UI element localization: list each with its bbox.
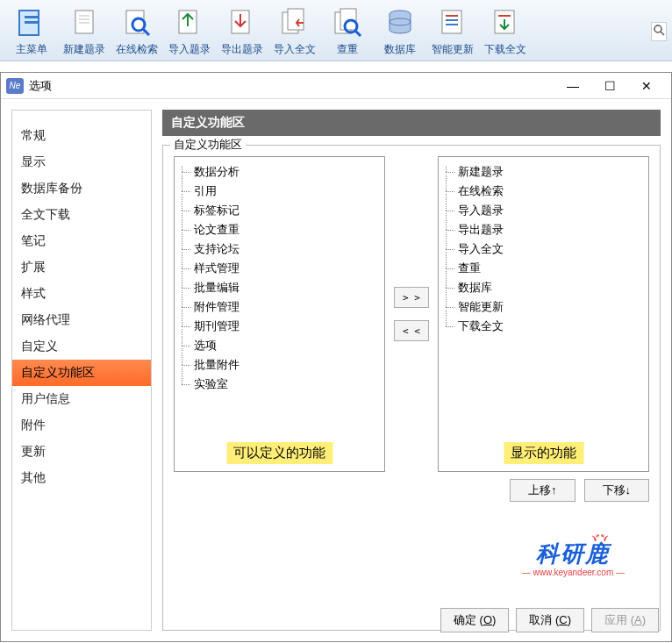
toolbar-label: 导入题录 xyxy=(168,42,211,57)
list-item[interactable]: 下载全文 xyxy=(442,317,645,336)
main-toolbar: 主菜单 新建题录 在线检索 导入题录 导出题录 导入全文 查重 数据库 智能更新… xyxy=(0,0,672,61)
list-item[interactable]: 数据分析 xyxy=(178,162,381,182)
list-item[interactable]: 支持论坛 xyxy=(178,239,381,259)
download-icon xyxy=(488,5,523,40)
list-item[interactable]: 样式管理 xyxy=(178,259,381,278)
list-item[interactable]: 选项 xyxy=(178,336,381,355)
move-left-button[interactable]: < < xyxy=(394,320,429,341)
sidebar-item[interactable]: 显示 xyxy=(12,149,151,175)
import-full-icon xyxy=(277,5,312,40)
export-icon xyxy=(225,5,260,40)
move-right-button[interactable]: > > xyxy=(394,287,429,308)
svg-line-17 xyxy=(355,31,361,36)
toolbar-label: 导出题录 xyxy=(221,42,263,57)
sidebar-item[interactable]: 常规 xyxy=(12,123,151,149)
sidebar-item[interactable]: 样式 xyxy=(12,281,151,307)
sidebar-item[interactable]: 网络代理 xyxy=(12,307,151,333)
toolbar-database[interactable]: 数据库 xyxy=(374,4,426,59)
toolbar-label: 下载全文 xyxy=(484,42,526,57)
svg-point-26 xyxy=(654,25,661,32)
svg-rect-15 xyxy=(340,9,356,30)
antler-icon: ヾ xyxy=(588,532,600,547)
shown-hint: 显示的功能 xyxy=(504,442,583,464)
options-dialog: Ne 选项 ― ☐ ✕ 常规显示数据库备份全文下载笔记扩展样式网络代理自定义自定… xyxy=(0,72,672,642)
toolbar-update[interactable]: 智能更新 xyxy=(426,4,479,59)
app-icon: Ne xyxy=(6,78,24,94)
available-hint: 可以定义的功能 xyxy=(226,442,332,464)
toolbar-label: 智能更新 xyxy=(432,42,474,57)
close-button[interactable]: ✕ xyxy=(634,77,659,95)
search-online-icon xyxy=(119,5,154,40)
maximize-button[interactable]: ☐ xyxy=(597,77,622,95)
toolbar-import[interactable]: 导入题录 xyxy=(163,4,216,59)
list-item[interactable]: 在线检索 xyxy=(442,182,645,201)
toolbar-label: 查重 xyxy=(337,42,358,57)
sidebar-item[interactable]: 全文下载 xyxy=(12,202,151,228)
list-item[interactable]: 期刊管理 xyxy=(178,317,381,336)
list-item[interactable]: 批量附件 xyxy=(178,355,381,375)
toolbar-new[interactable]: 新建题录 xyxy=(58,4,111,59)
shown-listbox[interactable]: 新建题录在线检索导入题录导出题录导入全文查重数据库智能更新下载全文显示的功能 xyxy=(438,156,649,472)
toolbar-label: 数据库 xyxy=(384,42,416,57)
list-item[interactable]: 查重 xyxy=(442,259,645,278)
ok-button[interactable]: 确定 (O) xyxy=(440,608,509,632)
apply-button[interactable]: 应用 (A) xyxy=(591,608,659,632)
sidebar-item[interactable]: 自定义功能区 xyxy=(12,360,151,386)
watermark-text: ヾ ヾ 科研鹿 xyxy=(522,539,625,569)
list-item[interactable]: 论文查重 xyxy=(178,220,381,239)
toolbar-label: 主菜单 xyxy=(16,42,47,57)
watermark: ヾ ヾ 科研鹿 — www.keyandeer.com — xyxy=(522,539,625,577)
sidebar-item[interactable]: 附件 xyxy=(12,412,151,439)
sidebar-item[interactable]: 更新 xyxy=(12,439,151,465)
toolbar-export[interactable]: 导出题录 xyxy=(216,4,268,59)
toolbar-label: 在线检索 xyxy=(116,42,158,57)
toolbar-menu[interactable]: 主菜单 xyxy=(5,4,58,59)
minimize-button[interactable]: ― xyxy=(561,77,585,95)
antler-icon: ヾ xyxy=(600,532,612,547)
svg-rect-1 xyxy=(25,16,39,18)
database-icon xyxy=(382,5,418,40)
list-item[interactable]: 数据库 xyxy=(442,278,645,297)
sidebar-item[interactable]: 其他 xyxy=(12,465,151,491)
list-item[interactable]: 附件管理 xyxy=(178,297,381,317)
sidebar-item[interactable]: 用户信息 xyxy=(12,386,151,412)
update-icon xyxy=(435,5,470,40)
move-down-button[interactable]: 下移↓ xyxy=(584,479,650,502)
list-item[interactable]: 标签标记 xyxy=(178,201,381,220)
dedup-icon xyxy=(330,5,365,40)
toolbar-dedup[interactable]: 查重 xyxy=(321,4,374,59)
fieldset-legend: 自定义功能区 xyxy=(170,137,246,153)
new-icon xyxy=(67,5,102,40)
list-item[interactable]: 实验室 xyxy=(178,375,381,394)
dialog-title: 选项 xyxy=(29,78,52,94)
available-listbox[interactable]: 数据分析引用标签标记论文查重支持论坛样式管理批量编辑附件管理期刊管理选项批量附件… xyxy=(174,156,385,472)
list-item[interactable]: 批量编辑 xyxy=(178,278,381,297)
toolbar-label: 导入全文 xyxy=(274,42,316,57)
dialog-footer: 确定 (O) 取消 (C) 应用 (A) xyxy=(440,608,659,632)
list-item[interactable]: 导入全文 xyxy=(442,239,645,259)
sidebar-item[interactable]: 扩展 xyxy=(12,254,151,281)
move-up-button[interactable]: 上移↑ xyxy=(510,479,575,502)
cancel-button[interactable]: 取消 (C) xyxy=(516,608,584,632)
list-item[interactable]: 智能更新 xyxy=(442,297,645,317)
import-icon xyxy=(172,5,207,40)
toolbar-search[interactable] xyxy=(651,22,667,41)
panel-header: 自定义功能区 xyxy=(162,110,661,136)
sidebar-item[interactable]: 自定义 xyxy=(12,333,151,360)
list-item[interactable]: 导出题录 xyxy=(442,220,645,239)
list-item[interactable]: 引用 xyxy=(178,182,381,201)
svg-line-27 xyxy=(661,32,664,35)
sidebar-item[interactable]: 笔记 xyxy=(12,228,151,254)
dialog-titlebar: Ne 选项 ― ☐ ✕ xyxy=(1,73,671,99)
list-item[interactable]: 导入题录 xyxy=(442,201,645,220)
menu-icon xyxy=(14,5,49,40)
options-sidebar: 常规显示数据库备份全文下载笔记扩展样式网络代理自定义自定义功能区用户信息附件更新… xyxy=(11,110,152,631)
toolbar-search-online[interactable]: 在线检索 xyxy=(111,4,163,59)
svg-rect-13 xyxy=(288,9,304,30)
list-item[interactable]: 新建题录 xyxy=(442,162,645,182)
toolbar-import-full[interactable]: 导入全文 xyxy=(268,4,321,59)
toolbar-download[interactable]: 下载全文 xyxy=(479,4,532,59)
svg-rect-2 xyxy=(25,21,39,24)
sidebar-item[interactable]: 数据库备份 xyxy=(12,175,151,202)
main-panel: 自定义功能区 自定义功能区 数据分析引用标签标记论文查重支持论坛样式管理批量编辑… xyxy=(152,99,671,641)
